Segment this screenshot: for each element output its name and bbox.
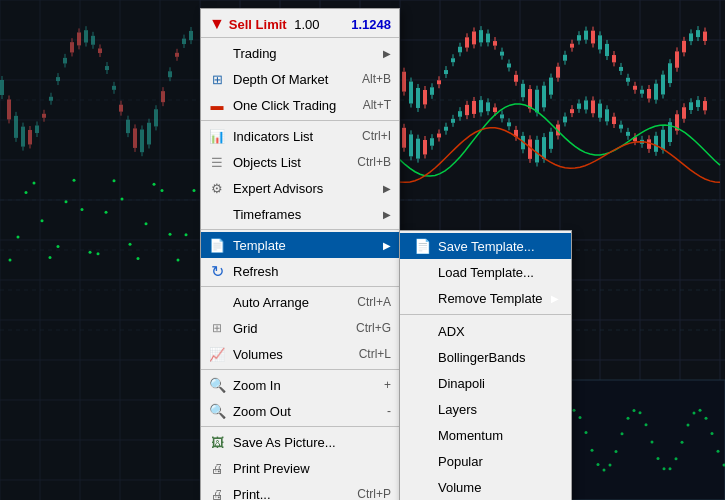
context-menu: ▼ Sell Limit 1.00 1.1248 Trading ▶ ⊞ Dep…: [200, 8, 400, 500]
popular-label: Popular: [438, 454, 483, 469]
menu-item-timeframes[interactable]: Timeframes ▶: [201, 201, 399, 230]
load-template-label: Load Template...: [438, 265, 534, 280]
sell-limit-item[interactable]: ▼ Sell Limit 1.00 1.1248: [201, 11, 399, 38]
print-icon: 🖨: [207, 484, 227, 500]
momentum-label: Momentum: [438, 428, 503, 443]
volume-label: Volume: [438, 480, 481, 495]
zoom-in-shortcut: +: [384, 378, 391, 392]
zoom-in-label: Zoom In: [233, 378, 364, 393]
sell-price: 1.1248: [351, 17, 391, 32]
layers-icon: [412, 399, 432, 419]
refresh-icon: ↻: [207, 261, 227, 281]
trading-label: Trading: [233, 46, 375, 61]
auto-arrange-label: Auto Arrange: [233, 295, 337, 310]
menu-item-print-preview[interactable]: 🖨 Print Preview: [201, 455, 399, 481]
zoom-out-icon: 🔍: [207, 401, 227, 421]
grid-shortcut: Ctrl+G: [356, 321, 391, 335]
dom-shortcut: Alt+B: [362, 72, 391, 86]
zoom-out-label: Zoom Out: [233, 404, 367, 419]
print-preview-icon: 🖨: [207, 458, 227, 478]
expert-arrow: ▶: [383, 183, 391, 194]
menu-item-refresh[interactable]: ↻ Refresh: [201, 258, 399, 287]
template-separator: [400, 314, 571, 315]
menu-item-objects[interactable]: ☰ Objects List Ctrl+B: [201, 149, 399, 175]
save-picture-icon: 🖼: [207, 432, 227, 452]
oct-icon: ▬: [207, 95, 227, 115]
menu-item-template[interactable]: 📄 Template ▶ 📄 Save Template... Load Tem…: [201, 232, 399, 258]
ind-label: Indicators List: [233, 129, 342, 144]
adx-label: ADX: [438, 324, 465, 339]
menu-item-grid[interactable]: ⊞ Grid Ctrl+G: [201, 315, 399, 341]
ind-shortcut: Ctrl+I: [362, 129, 391, 143]
submenu-popular[interactable]: Popular: [400, 448, 571, 474]
save-picture-label: Save As Picture...: [233, 435, 391, 450]
submenu-load-template[interactable]: Load Template...: [400, 259, 571, 285]
oct-shortcut: Alt+T: [363, 98, 391, 112]
template-label: Template: [233, 238, 375, 253]
volumes-shortcut: Ctrl+L: [359, 347, 391, 361]
save-template-label: Save Template...: [438, 239, 535, 254]
menu-item-zoom-out[interactable]: 🔍 Zoom Out -: [201, 398, 399, 427]
dinapoli-label: Dinapoli: [438, 376, 485, 391]
menu-item-indicators[interactable]: 📊 Indicators List Ctrl+I: [201, 123, 399, 149]
dom-icon: ⊞: [207, 69, 227, 89]
save-template-icon: 📄: [412, 236, 432, 256]
auto-arrange-shortcut: Ctrl+A: [357, 295, 391, 309]
trading-icon: [207, 43, 227, 63]
remove-template-label: Remove Template: [438, 291, 543, 306]
print-shortcut: Ctrl+P: [357, 487, 391, 500]
expert-label: Expert Advisors: [233, 181, 375, 196]
remove-template-arrow: ▶: [551, 293, 559, 304]
submenu-save-template[interactable]: 📄 Save Template...: [400, 233, 571, 259]
grid-icon: ⊞: [207, 318, 227, 338]
template-submenu: 📄 Save Template... Load Template... Remo…: [399, 230, 572, 500]
sell-limit-label: Sell Limit 1.00: [229, 17, 351, 32]
menu-item-auto-arrange[interactable]: Auto Arrange Ctrl+A: [201, 289, 399, 315]
menu-item-expert[interactable]: ⚙ Expert Advisors ▶: [201, 175, 399, 201]
menu-item-zoom-in[interactable]: 🔍 Zoom In +: [201, 372, 399, 398]
grid-label: Grid: [233, 321, 336, 336]
bollinger-label: BollingerBands: [438, 350, 525, 365]
dinapoli-icon: [412, 373, 432, 393]
template-arrow: ▶: [383, 240, 391, 251]
submenu-adx[interactable]: ADX: [400, 318, 571, 344]
submenu-dinapoli[interactable]: Dinapoli: [400, 370, 571, 396]
remove-template-icon: [412, 288, 432, 308]
menu-item-save-picture[interactable]: 🖼 Save As Picture...: [201, 429, 399, 455]
menu-item-volumes[interactable]: 📈 Volumes Ctrl+L: [201, 341, 399, 370]
momentum-icon: [412, 425, 432, 445]
layers-label: Layers: [438, 402, 477, 417]
submenu-volume[interactable]: Volume: [400, 474, 571, 500]
print-preview-label: Print Preview: [233, 461, 391, 476]
load-template-icon: [412, 262, 432, 282]
submenu-bollinger[interactable]: BollingerBands: [400, 344, 571, 370]
adx-icon: [412, 321, 432, 341]
template-icon: 📄: [207, 235, 227, 255]
bollinger-icon: [412, 347, 432, 367]
oct-label: One Click Trading: [233, 98, 343, 113]
submenu-remove-template[interactable]: Remove Template ▶: [400, 285, 571, 311]
expert-icon: ⚙: [207, 178, 227, 198]
menu-item-one-click-trading[interactable]: ▬ One Click Trading Alt+T: [201, 92, 399, 121]
volumes-icon: 📈: [207, 344, 227, 364]
obj-label: Objects List: [233, 155, 337, 170]
timeframes-label: Timeframes: [233, 207, 375, 222]
zoom-in-icon: 🔍: [207, 375, 227, 395]
ind-icon: 📊: [207, 126, 227, 146]
obj-shortcut: Ctrl+B: [357, 155, 391, 169]
print-label: Print...: [233, 487, 337, 501]
sell-arrow-icon: ▼: [209, 15, 225, 33]
popular-icon: [412, 451, 432, 471]
timeframes-arrow: ▶: [383, 209, 391, 220]
menu-item-trading[interactable]: Trading ▶: [201, 40, 399, 66]
auto-arrange-icon: [207, 292, 227, 312]
obj-icon: ☰: [207, 152, 227, 172]
menu-item-print[interactable]: 🖨 Print... Ctrl+P: [201, 481, 399, 500]
submenu-momentum[interactable]: Momentum: [400, 422, 571, 448]
zoom-out-shortcut: -: [387, 404, 391, 418]
volume-icon: [412, 477, 432, 497]
submenu-layers[interactable]: Layers: [400, 396, 571, 422]
volumes-label: Volumes: [233, 347, 339, 362]
timeframes-icon: [207, 204, 227, 224]
menu-item-depth-of-market[interactable]: ⊞ Depth Of Market Alt+B: [201, 66, 399, 92]
